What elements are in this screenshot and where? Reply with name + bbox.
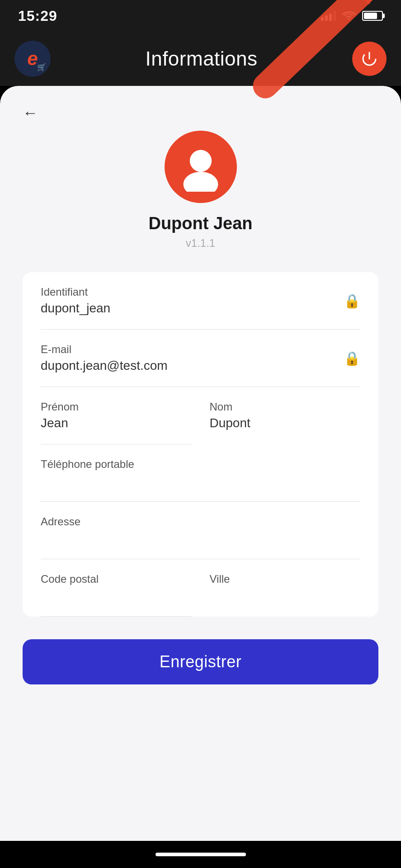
- identifiant-input[interactable]: [41, 301, 360, 316]
- nom-label: Nom: [210, 401, 361, 413]
- adresse-input[interactable]: [41, 531, 360, 545]
- back-button[interactable]: ←: [23, 104, 38, 122]
- home-indicator: [0, 841, 401, 868]
- power-icon: [361, 51, 377, 67]
- power-button[interactable]: [352, 42, 387, 76]
- profile-version: v1.1.1: [186, 237, 215, 250]
- ville-input[interactable]: [210, 588, 361, 603]
- avatar-icon: [176, 142, 226, 192]
- home-bar: [156, 853, 246, 856]
- nom-input[interactable]: [210, 416, 361, 430]
- identifiant-label: Identifiant: [41, 286, 360, 298]
- identifiant-group: Identifiant 🔒: [41, 272, 360, 330]
- profile-name: Dupont Jean: [148, 214, 252, 233]
- nom-group: Nom: [210, 387, 361, 444]
- battery-icon: [362, 11, 383, 21]
- adresse-group: Adresse: [41, 502, 360, 559]
- cart-icon: 🛒: [37, 63, 46, 71]
- name-row: Prénom Nom: [41, 387, 360, 444]
- app-header: e 🛒 Informations: [0, 32, 401, 86]
- email-label: E-mail: [41, 343, 360, 356]
- telephone-input[interactable]: [41, 473, 360, 488]
- email-input[interactable]: [41, 359, 360, 373]
- prenom-input[interactable]: [41, 416, 192, 430]
- status-icons: [321, 9, 383, 23]
- wifi-icon: [342, 9, 356, 23]
- main-content: ← Dupont Jean v1.1.1 Identifiant 🔒 E-mai…: [0, 86, 401, 841]
- signal-icon: [321, 11, 336, 21]
- page-title: Informations: [145, 47, 257, 70]
- lock-icon: 🔒: [344, 293, 360, 309]
- save-button[interactable]: Enregistrer: [23, 639, 378, 684]
- adresse-label: Adresse: [41, 515, 360, 528]
- logo-letter: e: [27, 49, 38, 68]
- email-lock-icon: 🔒: [344, 350, 360, 366]
- svg-point-3: [189, 150, 211, 172]
- codepostal-input[interactable]: [41, 588, 192, 603]
- avatar: [165, 131, 237, 203]
- telephone-label: Téléphone portable: [41, 458, 360, 471]
- prenom-label: Prénom: [41, 401, 192, 413]
- prenom-group: Prénom: [41, 387, 192, 444]
- ville-group: Ville: [210, 559, 361, 617]
- profile-section: Dupont Jean v1.1.1: [23, 131, 378, 250]
- email-group: E-mail 🔒: [41, 330, 360, 387]
- svg-point-4: [183, 172, 218, 192]
- status-time: 15:29: [18, 8, 57, 24]
- form-section: Identifiant 🔒 E-mail 🔒 Prénom Nom Téléph…: [23, 272, 378, 617]
- app-logo: e 🛒: [14, 41, 51, 77]
- ville-label: Ville: [210, 573, 361, 585]
- telephone-group: Téléphone portable: [41, 444, 360, 502]
- codepostal-label: Code postal: [41, 573, 192, 585]
- status-bar: 15:29: [0, 0, 401, 32]
- codepostal-group: Code postal: [41, 559, 192, 617]
- address-row: Code postal Ville: [41, 559, 360, 617]
